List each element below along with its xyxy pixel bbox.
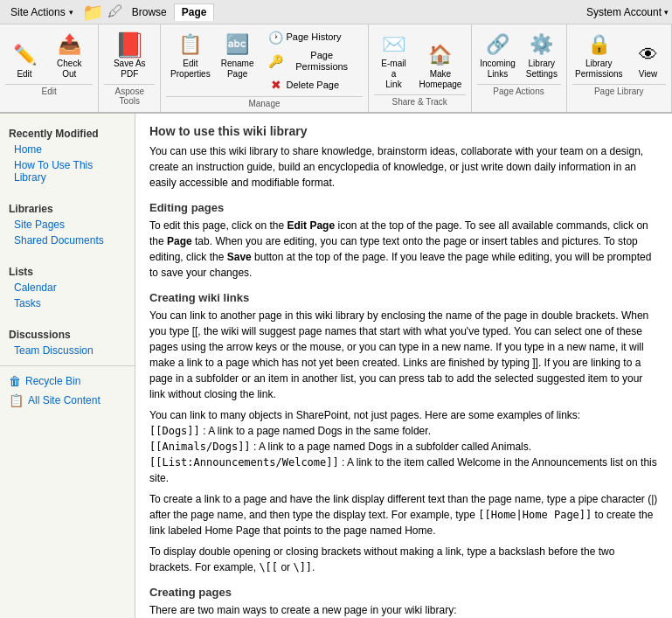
view-button[interactable]: 👁 View	[629, 38, 668, 82]
checkout-button[interactable]: 📤 Check Out	[45, 28, 93, 82]
page-permissions-icon: 🔑	[268, 53, 283, 69]
sidebar-divider-3	[0, 311, 135, 322]
page-actions-buttons: 🔗 IncomingLinks ⚙️ LibrarySettings	[475, 28, 562, 82]
page-tab-bold: Page	[167, 235, 192, 247]
library-permissions-icon: 🔒	[585, 31, 613, 59]
edit-props-button[interactable]: 📋 EditProperties	[166, 28, 215, 82]
share-group-label: Share & Track	[374, 94, 466, 107]
main-content: How to use this wiki library You can use…	[135, 114, 672, 618]
content-intro: You can use this wiki library to share k…	[149, 143, 658, 191]
homepage-label: MakeHomepage	[419, 69, 461, 90]
ribbon-group-manage: 📋 EditProperties 🔤 RenamePage 🕐 Page His…	[161, 24, 369, 112]
sidebar-item-tasks[interactable]: Tasks	[0, 295, 135, 311]
creating-pages-intro: There are two main ways to create a new …	[149, 602, 658, 618]
view-label: View	[639, 69, 658, 80]
wiki-links-examples: You can link to many objects in SharePoi…	[149, 407, 658, 486]
sidebar-divider-1	[0, 185, 135, 196]
save-bold: Save	[227, 251, 252, 263]
sidebar-divider-2	[0, 248, 135, 259]
system-account[interactable]: System Account ▾	[586, 6, 669, 18]
aspose-group-label: Aspose Tools	[104, 84, 155, 106]
lists-title: Lists	[0, 259, 135, 280]
rename-icon: 🔤	[224, 31, 252, 59]
manage-group-label: Manage	[166, 96, 363, 108]
delete-page-label: Delete Page	[287, 80, 340, 91]
rename-button[interactable]: 🔤 RenamePage	[217, 28, 259, 82]
all-site-content-icon: 📋	[9, 393, 24, 407]
ribbon-group-aspose: 📕 Save AsPDF Aspose Tools	[99, 24, 161, 112]
library-settings-icon: ⚙️	[528, 31, 556, 59]
page-permissions-button[interactable]: 🔑 Page Permissions	[264, 48, 363, 74]
library-settings-button[interactable]: ⚙️ LibrarySettings	[522, 28, 562, 82]
sidebar: Recently Modified Home How To Use This L…	[0, 114, 135, 618]
sidebar-item-site-pages[interactable]: Site Pages	[0, 217, 135, 233]
site-actions-dropdown-arrow: ▾	[69, 8, 73, 17]
example-dogs: [[Dogs]]	[149, 425, 200, 437]
system-account-label: System Account	[586, 6, 662, 18]
ribbon-groups: ✏️ Edit 📤 Check Out Edit 📕 Save AsPDF As…	[0, 24, 672, 112]
save-pdf-button[interactable]: 📕 Save AsPDF	[109, 28, 150, 82]
example-backslash2: \]]	[293, 561, 312, 573]
manage-main-buttons: 📋 EditProperties 🔤 RenamePage	[166, 28, 258, 82]
library-permissions-label: LibraryPermissions	[575, 59, 622, 80]
sidebar-item-shared-documents[interactable]: Shared Documents	[0, 233, 135, 248]
page-actions-group-label: Page Actions	[477, 84, 561, 96]
homepage-icon: 🏠	[426, 41, 454, 69]
sidebar-item-team-discussion[interactable]: Team Discussion	[0, 343, 135, 358]
sidebar-item-recycle-bin[interactable]: 🗑 Recycle Bin	[0, 371, 135, 391]
ribbon: ✏️ Edit 📤 Check Out Edit 📕 Save AsPDF As…	[0, 24, 672, 114]
folder-icon: 📁	[80, 2, 106, 23]
site-actions-menu[interactable]: Site Actions ▾	[3, 4, 80, 20]
edit-props-icon: 📋	[177, 31, 204, 59]
sidebar-item-calendar[interactable]: Calendar	[0, 280, 135, 295]
example-list-announce: [[List:Announcements/Welcome]]	[149, 456, 339, 469]
page-history-icon: 🕐	[268, 30, 284, 45]
incoming-links-label: IncomingLinks	[480, 59, 516, 80]
view-icon: 👁	[634, 41, 662, 69]
sidebar-item-all-site-content[interactable]: 📋 All Site Content	[0, 391, 135, 410]
recycle-bin-icon: 🗑	[9, 374, 21, 388]
wiki-links-pipe: To create a link to a page and have the …	[149, 491, 658, 538]
aspose-group-buttons: 📕 Save AsPDF	[109, 28, 150, 82]
share-group-buttons: ✉️ E-mail aLink 🏠 MakeHomepage	[374, 28, 466, 93]
browse-tab[interactable]: Browse	[125, 4, 174, 20]
wiki-links-body: You can link to another page in this wik…	[149, 308, 658, 402]
sidebar-item-home[interactable]: Home	[0, 142, 135, 157]
save-pdf-icon: 📕	[115, 31, 143, 59]
sidebar-bottom: 🗑 Recycle Bin 📋 All Site Content	[0, 365, 135, 410]
incoming-links-button[interactable]: 🔗 IncomingLinks	[475, 28, 520, 82]
recycle-bin-label: Recycle Bin	[25, 375, 80, 387]
content-title: How to use this wiki library	[149, 124, 658, 138]
rename-label: RenamePage	[221, 59, 254, 80]
delete-page-button[interactable]: ✖ Delete Page	[264, 75, 363, 94]
page-history-button[interactable]: 🕐 Page History	[264, 28, 363, 47]
ribbon-group-page-actions: 🔗 IncomingLinks ⚙️ LibrarySettings Page …	[472, 24, 567, 112]
page-library-buttons: 🔒 LibraryPermissions 👁 View	[571, 28, 667, 82]
edit-group-label: Edit	[5, 84, 93, 96]
library-permissions-button[interactable]: 🔒 LibraryPermissions	[571, 28, 627, 82]
recently-modified-title: Recently Modified	[0, 121, 135, 142]
editing-pages-body: To edit this page, click on the Edit Pag…	[149, 218, 658, 281]
browse-label: Browse	[132, 6, 167, 18]
library-settings-label: LibrarySettings	[526, 59, 558, 80]
manage-top: 📋 EditProperties 🔤 RenamePage 🕐 Page His…	[166, 28, 363, 94]
edit-button[interactable]: ✏️ Edit	[5, 38, 44, 82]
main-layout: Recently Modified Home How To Use This L…	[0, 114, 672, 618]
page-tab[interactable]: Page	[174, 3, 215, 21]
page-permissions-label: Page Permissions	[286, 50, 358, 73]
ribbon-group-share: ✉️ E-mail aLink 🏠 MakeHomepage Share & T…	[369, 24, 472, 112]
libraries-title: Libraries	[0, 196, 135, 217]
incoming-links-icon: 🔗	[483, 31, 511, 59]
checkout-icon: 📤	[55, 31, 83, 59]
ribbon-group-page-library: 🔒 LibraryPermissions 👁 View Page Library	[567, 24, 672, 112]
delete-page-icon: ✖	[268, 77, 284, 93]
creating-pages-heading: Creating pages	[149, 586, 658, 599]
page-library-group-label: Page Library	[572, 84, 666, 96]
save-pdf-label: Save AsPDF	[114, 59, 146, 80]
page-history-label: Page History	[287, 31, 342, 43]
page-label: Page	[182, 6, 207, 18]
sidebar-item-how-to-use[interactable]: How To Use This Library	[0, 157, 135, 185]
email-link-button[interactable]: ✉️ E-mail aLink	[374, 28, 414, 93]
make-homepage-button[interactable]: 🏠 MakeHomepage	[415, 38, 465, 93]
edit-doc-icon: 🖊	[106, 3, 125, 21]
